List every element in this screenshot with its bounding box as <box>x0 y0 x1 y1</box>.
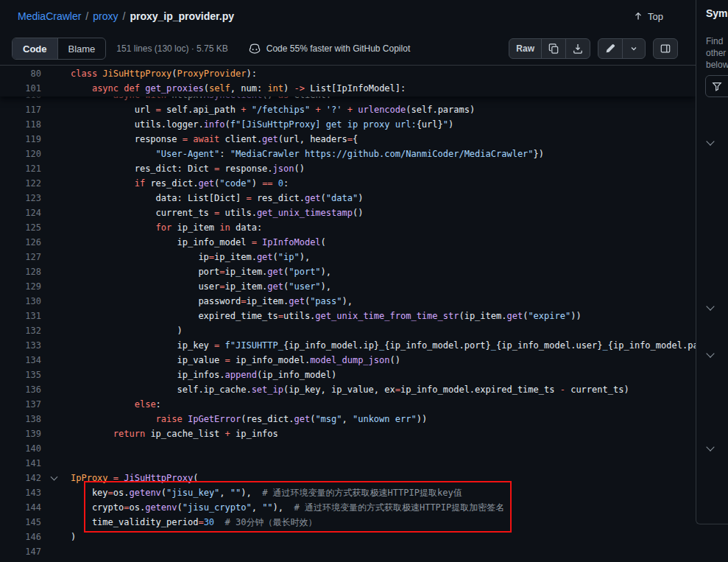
code-line: 137 else: <box>0 397 696 412</box>
download-icon <box>573 43 583 54</box>
copilot-icon <box>249 43 261 55</box>
code-line: 134 ip_value = ip_info_model.model_dump_… <box>0 353 696 368</box>
line-number[interactable]: 141 <box>0 456 41 471</box>
line-number[interactable]: 146 <box>0 530 41 544</box>
code-text: class JiSuHttpProxy(ProxyProvider): <box>71 66 257 81</box>
line-number[interactable]: 122 <box>0 176 41 191</box>
line-number[interactable]: 121 <box>0 161 41 176</box>
line-number[interactable]: 136 <box>0 382 41 397</box>
breadcrumb-separator: / <box>85 10 88 22</box>
code-text: ip_key = f"JISUHTTP_{ip_info_model.ip}_{… <box>71 338 696 353</box>
line-number[interactable]: 123 <box>0 191 41 206</box>
scroll-to-top-button[interactable]: Top <box>633 11 663 22</box>
code-text: ip_infos.append(ip_info_model) <box>71 368 336 382</box>
code-line: 133 ip_key = f"JISUHTTP_{ip_info_model.i… <box>0 338 696 353</box>
code-line: 146) <box>0 530 696 544</box>
breadcrumb-repo-link[interactable]: MediaCrawler <box>18 10 81 22</box>
code-line: 147 <box>0 544 696 559</box>
line-number[interactable]: 143 <box>0 485 41 500</box>
code-text: IpProxy = JiSuHttpProxy( <box>71 471 198 485</box>
symbol-expand-chevron-icon[interactable] <box>706 349 714 357</box>
file-toolbar: Code Blame 151 lines (130 loc) · 5.75 KB… <box>0 32 696 65</box>
line-number[interactable]: 133 <box>0 338 41 353</box>
code-text: port=ip_item.get("port"), <box>71 264 331 279</box>
symbols-description-line: below <box>706 59 728 71</box>
file-stats: 151 lines (130 loc) · 5.75 KB <box>116 43 227 54</box>
fold-chevron-icon[interactable] <box>51 474 58 481</box>
code-line: 128 port=ip_item.get("port"), <box>0 264 696 279</box>
line-number[interactable]: 138 <box>0 412 41 426</box>
symbols-filter-button[interactable] <box>705 75 728 97</box>
code-text: else: <box>71 397 161 412</box>
code-blame-switcher: Code Blame <box>12 38 106 60</box>
raw-actions-group: Raw <box>509 38 590 59</box>
line-number[interactable]: 118 <box>0 117 41 132</box>
line-number[interactable]: 126 <box>0 235 41 250</box>
code-line: 141 <box>0 456 696 471</box>
line-number[interactable]: 144 <box>0 500 41 515</box>
code-line: 117 url = self.api_path + "/fetchips" + … <box>0 102 696 117</box>
code-line: 125 for ip_item in data: <box>0 220 696 235</box>
line-number[interactable]: 128 <box>0 264 41 279</box>
code-line: 138 raise IpGetError(res_dict.get("msg",… <box>0 412 696 426</box>
edit-dropdown-button[interactable] <box>622 39 645 58</box>
line-number[interactable]: 117 <box>0 102 41 117</box>
line-number[interactable]: 125 <box>0 220 41 235</box>
breadcrumb-folder-link[interactable]: proxy <box>93 10 118 22</box>
line-number[interactable]: 130 <box>0 294 41 309</box>
code-line: 139 return ip_cache_list + ip_infos <box>0 426 696 441</box>
code-line: 144 crypto=os.getenv("jisu_crypto", ""),… <box>0 500 696 515</box>
line-number[interactable]: 134 <box>0 353 41 368</box>
code-text: response = await client.get(url, headers… <box>71 132 358 147</box>
code-line: 101 async def get_proxies(self, num: int… <box>0 81 696 96</box>
line-number[interactable]: 147 <box>0 544 41 559</box>
code-text: "User-Agent": "MediaCrawler https://gith… <box>71 147 544 161</box>
line-number[interactable]: 135 <box>0 368 41 382</box>
code-panel: 116 async with httpx.AsyncClient() as cl… <box>0 65 696 562</box>
copy-button[interactable] <box>541 39 565 58</box>
edit-button[interactable] <box>598 39 622 58</box>
line-number[interactable]: 127 <box>0 250 41 264</box>
filter-icon <box>712 81 722 91</box>
code-line: 143 key=os.getenv("jisu_key", ""), # 通过环… <box>0 485 696 500</box>
code-text: user=ip_item.get("user"), <box>71 279 331 294</box>
code-line: 80class JiSuHttpProxy(ProxyProvider): <box>0 66 696 81</box>
code-line: 145 time_validity_period=30 # 30分钟（最长时效） <box>0 515 696 530</box>
code-lines: 116 async with httpx.AsyncClient() as cl… <box>0 88 696 559</box>
code-line: 132 ) <box>0 323 696 338</box>
symbol-expand-chevron-icon[interactable] <box>706 302 714 310</box>
code-text: self.ip_cache.set_ip(ip_key, ip_value, e… <box>71 382 629 397</box>
line-number[interactable]: 129 <box>0 279 41 294</box>
code-line: 121 res_dict: Dict = response.json() <box>0 161 696 176</box>
line-number[interactable]: 119 <box>0 132 41 147</box>
raw-button[interactable]: Raw <box>509 39 541 58</box>
symbol-expand-chevron-icon[interactable] <box>706 137 714 145</box>
code-line: 135 ip_infos.append(ip_info_model) <box>0 368 696 382</box>
tab-code[interactable]: Code <box>13 38 58 59</box>
code-text: ip_info_model = IpInfoModel( <box>71 235 326 250</box>
line-number[interactable]: 142 <box>0 471 41 485</box>
code-line: 119 response = await client.get(url, hea… <box>0 132 696 147</box>
line-number[interactable]: 124 <box>0 206 41 220</box>
download-button[interactable] <box>565 39 590 58</box>
code-text: password=ip_item.get("pass"), <box>71 294 353 309</box>
code-line: 123 data: List[Dict] = res_dict.get("dat… <box>0 191 696 206</box>
line-number[interactable]: 145 <box>0 515 41 530</box>
line-number[interactable]: 132 <box>0 323 41 338</box>
symbols-panel-toggle-button[interactable] <box>654 39 677 58</box>
code-text: utils.logger.info(f"[JiSuHttpProxy] get … <box>71 117 453 132</box>
symbol-expand-chevron-icon[interactable] <box>706 443 714 451</box>
code-line: 122 if res_dict.get("code") == 0: <box>0 176 696 191</box>
line-number[interactable]: 131 <box>0 309 41 323</box>
line-number[interactable]: 139 <box>0 426 41 441</box>
line-number[interactable]: 80 <box>0 66 41 81</box>
tab-blame[interactable]: Blame <box>58 38 106 59</box>
breadcrumb: MediaCrawler / proxy / proxy_ip_provider… <box>18 10 234 22</box>
line-number[interactable]: 137 <box>0 397 41 412</box>
line-number[interactable]: 101 <box>0 81 41 96</box>
line-number[interactable]: 120 <box>0 147 41 161</box>
code-line: 127 ip=ip_item.get("ip"), <box>0 250 696 264</box>
line-number[interactable]: 140 <box>0 441 41 456</box>
code-text: key=os.getenv("jisu_key", ""), # 通过环境变量的… <box>71 485 462 500</box>
code-text: data: List[Dict] = res_dict.get("data") <box>71 191 363 206</box>
